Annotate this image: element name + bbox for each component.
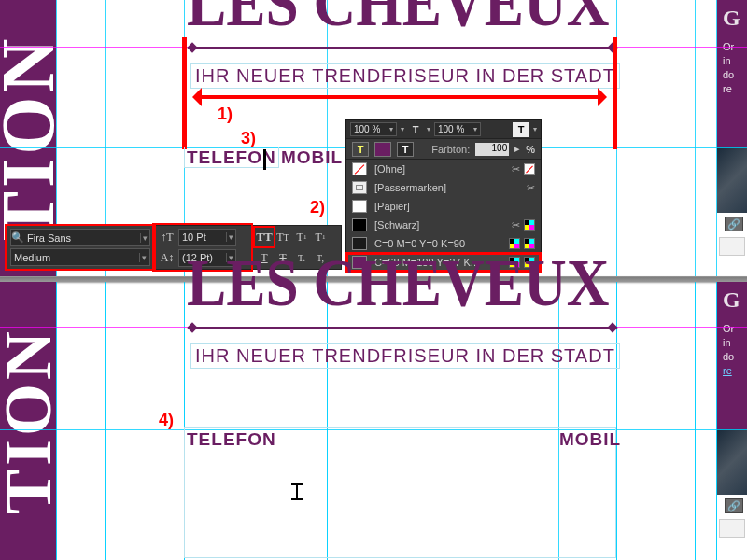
tint-label: Farbton:: [431, 144, 470, 155]
facing-page-right-top: G Or in do re: [717, 0, 747, 147]
font-size-icon: ↑T: [158, 228, 176, 246]
annotation-4: 4): [159, 411, 174, 430]
swatch-name: [Ohne]: [374, 163, 504, 175]
swatch-tail: ✂: [527, 182, 535, 194]
search-icon: 🔍: [11, 231, 24, 244]
text-cursor-icon: [291, 483, 303, 500]
none-icon: [524, 163, 535, 175]
chevron-down-icon[interactable]: ▾: [473, 125, 477, 133]
zoom-right-field[interactable]: 100 %▾: [434, 122, 481, 136]
swatch-row[interactable]: [Schwarz]✂: [346, 216, 541, 234]
swatch-tail: ✂: [512, 163, 535, 175]
chevron-down-icon[interactable]: ▾: [389, 125, 393, 133]
smallcaps-button[interactable]: TT: [274, 228, 292, 246]
subscript-button[interactable]: T1: [311, 228, 330, 246]
fill-stroke-proxy[interactable]: T: [352, 142, 369, 157]
right-peek-body: Or in do re: [723, 40, 747, 95]
zoom-left-field[interactable]: 100 %▾: [350, 122, 397, 136]
swatches-panel-header: 100 %▾ ▾ T ▾ 100 %▾ T ▾: [346, 120, 541, 139]
guide-vertical: [695, 282, 696, 560]
textframe-mobil[interactable]: MOBIL: [557, 427, 616, 558]
guide-vertical: [56, 282, 57, 560]
font-family-field[interactable]: 🔍 ▾: [10, 229, 150, 246]
allcaps-button[interactable]: TT: [255, 228, 274, 246]
chevron-down-icon[interactable]: ▾: [140, 233, 149, 243]
formatting-text-icon[interactable]: T: [397, 142, 414, 157]
chevron-down-icon[interactable]: ▾: [401, 125, 404, 133]
right-peek-image-top: [717, 147, 747, 213]
chevron-down-icon[interactable]: ▾: [139, 253, 149, 262]
red-width-arrow: [196, 95, 603, 99]
facing-page-left-bottom: TION: [0, 282, 56, 560]
textframe-telefon[interactable]: TELEFON: [184, 427, 557, 558]
mobil-label-top: MOBIL: [281, 147, 343, 167]
chevron-down-icon[interactable]: ▾: [427, 125, 430, 133]
object-chip[interactable]: [719, 519, 745, 538]
facing-page-right-bottom: G Or in dore: [717, 282, 747, 429]
leading-icon: A↕: [158, 248, 176, 267]
noedit-icon: ✂: [527, 182, 535, 194]
swatch-chip: [352, 218, 367, 231]
swatch-chip: [352, 181, 367, 194]
subheadline-text-bottom[interactable]: IHR NEUER TRENDFRISEUR IN DER STADT: [190, 343, 620, 369]
left-vertical-text: TION: [0, 35, 71, 242]
annotation-1: 1): [218, 105, 233, 124]
annotation-2: 2): [310, 198, 325, 217]
object-chip[interactable]: [719, 237, 745, 256]
telefon-label-bottom: TELEFON: [187, 429, 276, 450]
chevron-right-icon[interactable]: ▸: [514, 143, 520, 155]
right-peek-heading-bottom: G: [723, 287, 747, 313]
font-size-field[interactable]: ▾: [178, 229, 236, 246]
right-peek-link[interactable]: re: [723, 365, 732, 376]
swatch-row[interactable]: [Papier]: [346, 197, 541, 216]
swatches-tint-row: T T Farbton: 100 ▸ %: [346, 139, 541, 160]
guide-vertical: [105, 282, 106, 560]
formatting-affects-text-icon[interactable]: T: [513, 122, 529, 137]
decorative-rule-bottom: [192, 327, 613, 329]
type-fill-icon[interactable]: T: [408, 122, 423, 137]
chevron-down-icon[interactable]: ▾: [226, 232, 235, 242]
link-icon[interactable]: 🔗: [725, 217, 743, 231]
mobil-label-bottom: MOBIL: [559, 429, 621, 450]
percent-label: %: [526, 144, 535, 155]
font-family-input[interactable]: [24, 232, 140, 244]
swatch-name: [Papier]: [374, 201, 528, 212]
right-peek-body-bottom: Or in dore: [723, 322, 747, 377]
chevron-down-icon[interactable]: ▾: [533, 125, 537, 133]
swatch-name: [Schwarz]: [374, 219, 504, 231]
right-peek-image-bottom: [717, 429, 747, 495]
cmyk-icon: [524, 219, 535, 231]
font-weight-input[interactable]: [11, 252, 139, 263]
annotation-3: 3): [241, 129, 256, 148]
current-fill-chip[interactable]: [374, 142, 391, 157]
guide-vertical: [616, 282, 617, 560]
font-weight-field[interactable]: ▾: [10, 248, 150, 266]
guide-vertical: [716, 282, 717, 560]
headline-text-top[interactable]: LES CHEVEUX: [187, 0, 609, 42]
superscript-button[interactable]: T1: [292, 228, 311, 246]
right-peek-heading: G: [723, 6, 747, 31]
swatch-name: [Passermarken]: [374, 182, 519, 193]
swatch-chip: [352, 162, 367, 175]
noedit-icon: ✂: [512, 219, 520, 231]
text-caret: [263, 149, 266, 170]
swatch-row[interactable]: [Ohne]✂: [346, 160, 541, 178]
swatch-tail: ✂: [512, 219, 535, 231]
link-icon[interactable]: 🔗: [725, 498, 743, 513]
tint-field[interactable]: 100: [475, 143, 509, 156]
noedit-icon: ✂: [512, 163, 520, 175]
swatch-row[interactable]: [Passermarken]✂: [346, 178, 541, 197]
font-size-input[interactable]: [179, 231, 226, 243]
subheadline-text-top[interactable]: IHR NEUER TRENDFRISEUR IN DER STADT: [190, 63, 620, 89]
indesign-canvas: TION G Or in do re 🔗 LES CHEVEUX IHR NEU…: [0, 0, 747, 560]
decorative-rule-top: [192, 47, 613, 49]
headline-text-bottom[interactable]: LES CHEVEUX: [187, 245, 609, 322]
swatch-chip: [352, 200, 367, 213]
